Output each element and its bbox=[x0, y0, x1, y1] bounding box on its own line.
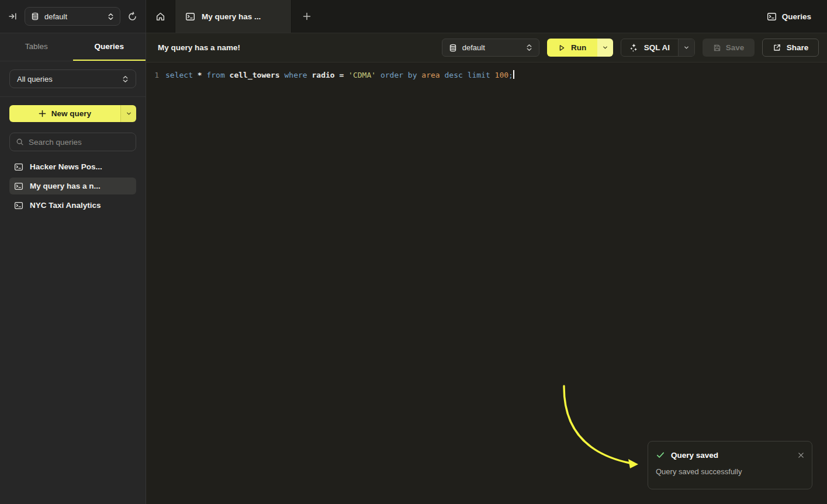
sql-token: area bbox=[421, 71, 444, 79]
toast-title: Query saved bbox=[671, 451, 718, 460]
new-query-label: New query bbox=[51, 109, 91, 118]
search-queries-box bbox=[9, 133, 136, 151]
save-icon bbox=[713, 44, 721, 52]
chevron-updown-icon bbox=[122, 75, 129, 83]
home-icon bbox=[155, 12, 165, 22]
queries-indicator[interactable]: Queries bbox=[767, 0, 827, 33]
topbar-database-selector[interactable]: default bbox=[25, 7, 120, 26]
header-database-value: default bbox=[462, 43, 521, 52]
sql-token: from bbox=[206, 71, 229, 79]
share-button[interactable]: Share bbox=[762, 39, 819, 57]
sql-token: desc bbox=[445, 71, 468, 79]
sql-token: * bbox=[198, 71, 207, 79]
run-label: Run bbox=[571, 43, 586, 52]
new-query-button[interactable]: New query bbox=[9, 105, 120, 122]
query-item-label: My query has a n... bbox=[30, 182, 101, 190]
sql-token: where bbox=[285, 71, 312, 79]
code-line[interactable]: 1 select * from cell_towers where radio … bbox=[146, 70, 827, 81]
chevron-updown-icon bbox=[108, 13, 114, 20]
tab-bar: My query has ... Queries bbox=[146, 0, 827, 33]
search-icon bbox=[16, 138, 24, 146]
close-icon bbox=[798, 452, 804, 458]
query-filter-select[interactable]: All queries bbox=[9, 69, 136, 88]
text-cursor bbox=[513, 70, 514, 79]
sql-token: limit bbox=[468, 71, 495, 79]
query-filter-value: All queries bbox=[17, 75, 117, 84]
search-queries-input[interactable] bbox=[29, 138, 132, 147]
home-button[interactable] bbox=[146, 0, 175, 33]
sparkles-icon bbox=[629, 43, 638, 52]
chevron-updown-icon bbox=[526, 44, 532, 51]
topbar-database-value: default bbox=[44, 12, 102, 21]
app-body: Tables Queries All queries Ne bbox=[0, 33, 827, 504]
plus-icon bbox=[39, 110, 46, 117]
tab-tables[interactable]: Tables bbox=[0, 33, 73, 61]
collapse-sidebar-button[interactable] bbox=[8, 12, 18, 21]
sql-token: = bbox=[339, 71, 348, 79]
tab-queries[interactable]: Queries bbox=[73, 33, 146, 61]
sql-ai-button[interactable]: SQL AI bbox=[621, 39, 678, 56]
query-list-item-selected[interactable]: My query has a n... bbox=[9, 178, 136, 194]
query-list-item[interactable]: NYC Taxi Analytics bbox=[9, 197, 136, 214]
line-number: 1 bbox=[146, 70, 159, 81]
terminal-icon bbox=[14, 162, 23, 172]
header-database-selector[interactable]: default bbox=[442, 39, 539, 57]
chevron-down-icon bbox=[602, 44, 608, 51]
refresh-icon bbox=[127, 12, 137, 22]
terminal-icon bbox=[185, 12, 195, 22]
query-list: Hacker News Pos... My query has a n... bbox=[9, 158, 136, 214]
query-list-item[interactable]: Hacker News Pos... bbox=[9, 158, 136, 175]
new-tab-button[interactable] bbox=[292, 0, 322, 33]
run-button[interactable]: Run bbox=[547, 39, 597, 57]
chevron-down-icon bbox=[683, 44, 690, 51]
chevron-down-icon bbox=[126, 110, 132, 117]
run-dropdown-button[interactable] bbox=[597, 39, 613, 57]
sidebar: Tables Queries All queries Ne bbox=[0, 33, 146, 504]
annotation-arrow bbox=[146, 33, 827, 504]
check-icon bbox=[656, 450, 665, 460]
sql-token: 100 bbox=[495, 71, 508, 79]
toast-header: Query saved bbox=[656, 450, 804, 460]
sql-token: ; bbox=[508, 71, 513, 79]
toast-close-button[interactable] bbox=[798, 452, 804, 458]
new-query-split-button: New query bbox=[9, 105, 136, 122]
query-filter-section: All queries bbox=[0, 61, 146, 97]
play-icon bbox=[558, 44, 566, 52]
sql-ai-label: SQL AI bbox=[644, 43, 670, 52]
sql-token: radio bbox=[312, 71, 339, 79]
save-label: Save bbox=[726, 43, 745, 52]
run-split-button: Run bbox=[547, 39, 613, 57]
sidebar-tabs: Tables Queries bbox=[0, 33, 146, 61]
tab-my-query[interactable]: My query has ... bbox=[175, 0, 292, 33]
tab-label: My query has ... bbox=[202, 12, 261, 21]
sql-editor[interactable]: 1 select * from cell_towers where radio … bbox=[146, 62, 827, 81]
top-bar: default bbox=[0, 0, 827, 33]
save-button[interactable]: Save bbox=[703, 39, 755, 57]
sql-ai-split-button: SQL AI bbox=[621, 39, 695, 57]
query-header: My query has a name! default bbox=[146, 33, 827, 62]
sql-token: order by bbox=[380, 71, 421, 79]
refresh-button[interactable] bbox=[127, 12, 137, 22]
topbar-sidebar-section: default bbox=[0, 0, 146, 33]
toast-message: Query saved successfully bbox=[656, 467, 804, 476]
plus-icon bbox=[303, 12, 311, 20]
sql-token: 'CDMA' bbox=[348, 71, 380, 79]
main-panel: My query has a name! default bbox=[146, 33, 827, 504]
toast-query-saved: Query saved Query saved successfully bbox=[648, 441, 812, 489]
new-query-dropdown-button[interactable] bbox=[120, 105, 136, 122]
sql-token: select bbox=[165, 71, 198, 79]
query-title: My query has a name! bbox=[158, 43, 240, 52]
query-item-label: Hacker News Pos... bbox=[30, 162, 102, 171]
terminal-icon bbox=[14, 201, 23, 210]
queries-indicator-label: Queries bbox=[782, 12, 811, 21]
query-controls: default Run bbox=[442, 39, 819, 57]
database-icon bbox=[31, 12, 39, 20]
terminal-icon bbox=[14, 182, 23, 191]
sql-ai-dropdown-button[interactable] bbox=[678, 39, 694, 56]
share-icon bbox=[773, 43, 781, 52]
sql-token: cell_towers bbox=[230, 71, 285, 79]
terminal-icon bbox=[767, 12, 777, 22]
sql-code: select * from cell_towers where radio = … bbox=[165, 70, 514, 81]
query-item-label: NYC Taxi Analytics bbox=[30, 201, 101, 210]
share-label: Share bbox=[787, 43, 809, 52]
